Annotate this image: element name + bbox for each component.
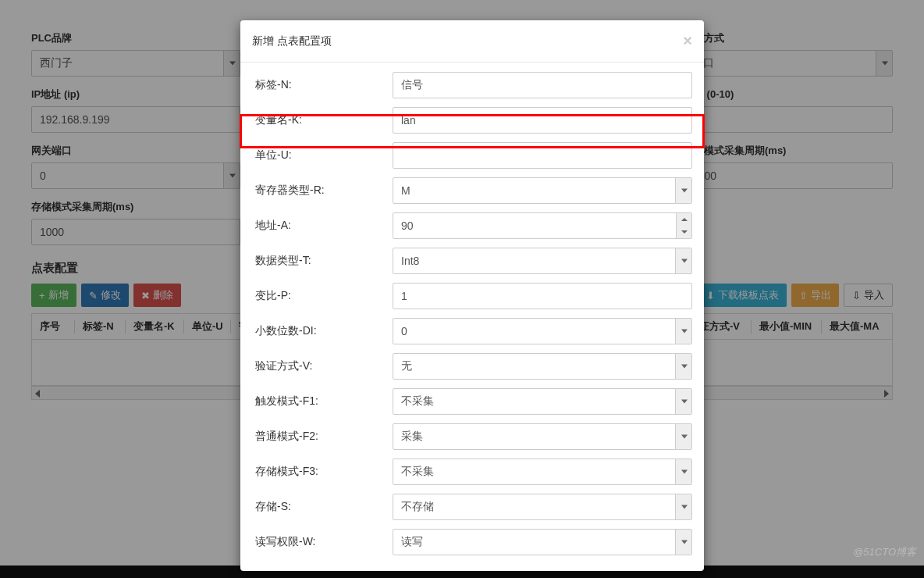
rw-w-select[interactable] [393,529,692,555]
chevron-down-icon [681,399,688,403]
watermark: @51CTO博客 [853,545,916,559]
chevron-down-icon [681,259,688,262]
verify-v-select[interactable] [393,353,692,380]
chevron-down-icon [681,469,688,473]
modal-dialog: 新增 点表配置项 × 标签-N: 变量名-K: 单位-U: 寄存器类型-R: 地… [240,20,704,571]
storage-s-label: 存储-S: [252,500,393,514]
store-f3-label: 存储模式-F3: [252,465,393,479]
modal-title: 新增 点表配置项 [252,34,332,48]
datatype-t-select[interactable] [393,248,692,274]
tag-n-label: 标签-N: [252,78,393,92]
decimals-di-select[interactable] [393,318,692,344]
chevron-down-icon [681,329,688,333]
unit-u-label: 单位-U: [252,148,393,162]
var-k-label: 变量名-K: [252,113,393,127]
spin-down-icon[interactable] [677,226,691,238]
address-a-stepper[interactable] [393,212,692,239]
chevron-down-icon [681,540,688,544]
trigger-f1-select[interactable] [393,388,692,415]
address-a-label: 地址-A: [252,219,393,233]
ratio-p-label: 变比-P: [252,289,393,303]
normal-f2-label: 普通模式-F2: [252,430,393,444]
storage-s-select[interactable] [393,494,692,520]
trigger-f1-label: 触发模式-F1: [252,394,393,409]
normal-f2-select[interactable] [393,423,692,450]
store-f3-select[interactable] [393,458,692,485]
chevron-down-icon [681,364,688,368]
tag-n-input[interactable] [393,72,692,98]
chevron-down-icon [681,188,688,192]
modal-header: 新增 点表配置项 × [240,20,704,62]
datatype-t-label: 数据类型-T: [252,254,393,268]
rw-w-label: 读写权限-W: [252,535,393,549]
modal-body: 标签-N: 变量名-K: 单位-U: 寄存器类型-R: 地址-A: 数据类型-T… [240,62,704,571]
decimals-di-label: 小数位数-DI: [252,324,393,338]
unit-u-input[interactable] [393,142,692,169]
register-r-select[interactable] [393,177,692,204]
register-r-label: 寄存器类型-R: [252,184,393,198]
ratio-p-input[interactable] [393,283,692,309]
spin-up-icon[interactable] [677,213,691,226]
chevron-down-icon [681,434,688,438]
chevron-down-icon [681,505,688,508]
close-icon[interactable]: × [683,32,692,50]
verify-v-label: 验证方式-V: [252,359,393,373]
var-k-input[interactable] [393,107,692,134]
